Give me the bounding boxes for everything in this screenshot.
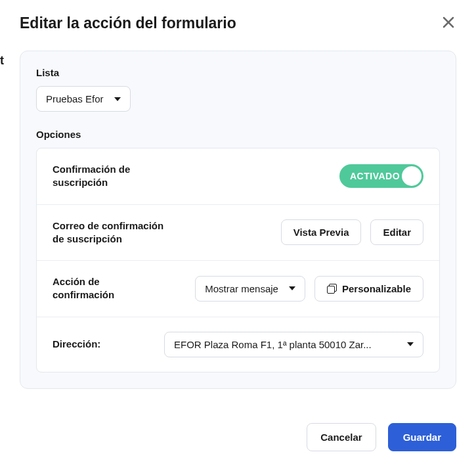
edit-form-action-modal: Editar la acción del formulario Lista Pr… (0, 0, 476, 471)
address-label: Dirección: (53, 338, 100, 351)
list-dropdown-value: Pruebas Efor (46, 93, 104, 104)
toggle-state-label: ACTIVADO (339, 171, 400, 181)
confirmation-email-label: Correo de confirmación de suscripción (53, 219, 164, 246)
background-fragment: t (0, 54, 4, 68)
address-value: EFOR Plaza Roma F1, 1ª planta 50010 Zar.… (174, 339, 372, 350)
list-section: Lista Pruebas Efor (36, 67, 440, 112)
save-button[interactable]: Guardar (388, 423, 456, 451)
confirmation-action-label: Acción de confirmación (53, 275, 164, 302)
edit-button[interactable]: Editar (370, 219, 423, 245)
preview-button[interactable]: Vista Previa (281, 219, 362, 245)
cancel-button[interactable]: Cancelar (307, 423, 376, 451)
close-button[interactable] (441, 14, 456, 30)
options-label: Opciones (36, 129, 440, 140)
address-row: Dirección: EFOR Plaza Roma F1, 1ª planta… (37, 317, 439, 372)
confirmation-action-row: Acción de confirmación Mostrar mensaje P… (37, 261, 439, 317)
modal-footer: Cancelar Guardar (20, 394, 456, 451)
address-dropdown[interactable]: EFOR Plaza Roma F1, 1ª planta 50010 Zar.… (164, 332, 423, 357)
customize-button[interactable]: Personalizable (314, 276, 423, 302)
customize-button-label: Personalizable (342, 283, 411, 294)
confirmation-action-dropdown[interactable]: Mostrar mensaje (195, 276, 305, 302)
options-card: Confirmación de suscripción ACTIVADO Cor… (36, 148, 440, 372)
settings-panel: Lista Pruebas Efor Opciones Confirmación… (20, 51, 456, 389)
chevron-down-icon (407, 342, 414, 346)
chevron-down-icon (289, 286, 295, 290)
close-icon (441, 14, 456, 30)
confirmation-email-row: Correo de confirmación de suscripción Vi… (37, 205, 439, 261)
subscription-confirmation-row: Confirmación de suscripción ACTIVADO (37, 148, 439, 205)
subscription-confirmation-label: Confirmación de suscripción (53, 163, 164, 190)
confirmation-email-buttons: Vista Previa Editar (281, 219, 423, 245)
confirmation-action-value: Mostrar mensaje (205, 283, 278, 294)
modal-title: Editar la acción del formulario (20, 14, 236, 32)
modal-header: Editar la acción del formulario (20, 14, 456, 32)
copy-icon (327, 284, 337, 294)
list-label: Lista (36, 67, 440, 78)
list-dropdown[interactable]: Pruebas Efor (36, 86, 131, 112)
confirmation-action-controls: Mostrar mensaje Personalizable (195, 276, 423, 302)
toggle-knob (402, 166, 422, 186)
chevron-down-icon (114, 97, 121, 101)
subscription-confirmation-toggle[interactable]: ACTIVADO (339, 164, 423, 188)
